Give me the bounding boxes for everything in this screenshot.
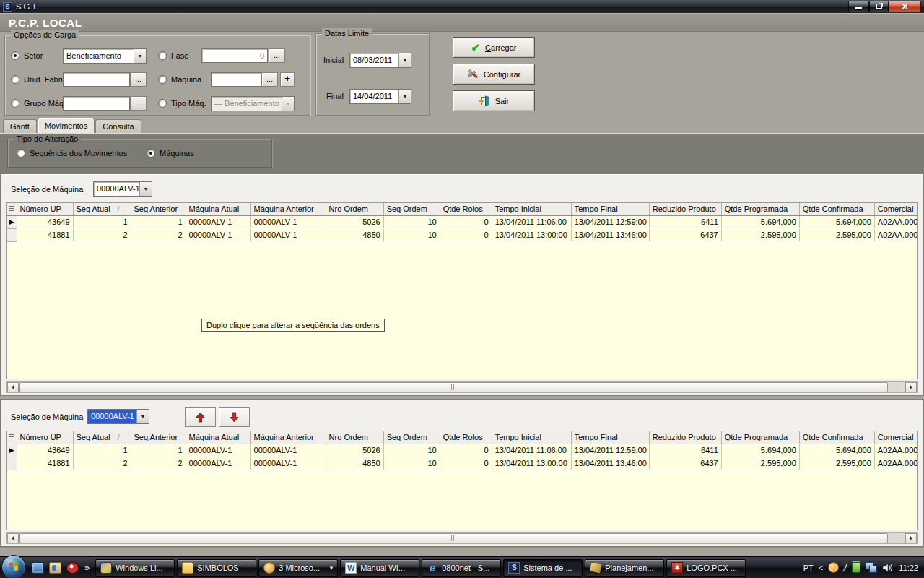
radio-sequencia-movimentos[interactable]	[17, 149, 25, 158]
column-header[interactable]: Reduzido Produto	[649, 431, 721, 444]
chevron-down-icon[interactable]: ▼	[134, 49, 146, 63]
grid-cell[interactable]: 2	[131, 457, 186, 470]
quick-launch-overflow-chevron[interactable]: »	[84, 562, 90, 573]
grid-corner-icon[interactable]	[7, 203, 17, 215]
taskbar-button[interactable]: 0800net - S...	[422, 559, 501, 577]
grid-cell[interactable]: 00000ALV-1	[186, 228, 250, 241]
grid-cell[interactable]: 0	[440, 444, 492, 457]
grid-cell[interactable]: 5.694,000	[799, 215, 874, 228]
grid-cell[interactable]: 2.595,000	[799, 457, 874, 470]
grid-cell[interactable]: 43649	[17, 444, 73, 457]
grid-cell[interactable]: 2.595,000	[721, 228, 799, 241]
row-selector[interactable]: ▶	[7, 444, 17, 457]
clock-time[interactable]: 11:22	[899, 564, 918, 572]
grid-cell[interactable]: 2	[73, 228, 131, 241]
column-header[interactable]: Qtde Programada	[721, 203, 799, 215]
grid-cell[interactable]: 41881	[17, 457, 73, 470]
column-header[interactable]: Tempo Final	[571, 431, 649, 444]
language-indicator[interactable]: PT	[803, 564, 814, 572]
close-button[interactable]	[889, 1, 921, 12]
grid-cell[interactable]: 13/04/2011 12:59:00	[571, 444, 649, 457]
chevron-down-icon[interactable]: ▼	[398, 90, 411, 103]
grid-cell[interactable]: 6411	[649, 215, 721, 228]
column-header[interactable]: Seq Atual/	[73, 431, 131, 444]
row-selector[interactable]	[7, 228, 17, 241]
network-icon[interactable]	[866, 562, 877, 573]
grid-cell[interactable]: 13/04/2011 13:46:00	[571, 228, 649, 241]
grid-cell[interactable]: 5.694,000	[721, 215, 799, 228]
grid-cell[interactable]: 5026	[326, 215, 383, 228]
grid-cell[interactable]: 4850	[326, 228, 383, 241]
fase-field[interactable]: 0	[201, 48, 268, 63]
carregar-button[interactable]: ✔ Carregar	[453, 37, 535, 58]
selecao-maquina-combo-bottom[interactable]: 00000ALV-1 ▼	[87, 409, 149, 424]
configurar-button[interactable]: Configurar	[453, 64, 535, 85]
radio-setor[interactable]	[11, 51, 19, 60]
grid-cell[interactable]: A02AA.00000	[874, 228, 918, 241]
column-header[interactable]: Nro Ordem	[326, 431, 383, 444]
grid-cell[interactable]: 10	[383, 444, 440, 457]
pen-icon[interactable]	[842, 562, 850, 573]
setor-combo[interactable]: Beneficiamento ▼	[63, 48, 147, 64]
grid-cell[interactable]: 2	[73, 457, 131, 470]
grid-row[interactable]: 418812200000ALV-100000ALV-1485010013/04/…	[7, 228, 918, 241]
grid-cell[interactable]: 4850	[326, 457, 383, 470]
grupo-maq-field[interactable]	[63, 96, 130, 111]
grid-cell[interactable]: 13/04/2011 11:06:00	[492, 444, 571, 457]
column-header[interactable]: Seq Anterior	[131, 431, 186, 444]
show-desktop-icon[interactable]	[32, 562, 44, 574]
column-header[interactable]: Reduzido Produto	[649, 203, 721, 215]
scrollbar-track[interactable]	[19, 382, 905, 392]
radio-fase[interactable]	[158, 51, 167, 60]
red-app-icon[interactable]	[66, 562, 79, 574]
grid-cell[interactable]: 2	[131, 228, 186, 241]
grid-cell[interactable]: 1	[131, 215, 186, 228]
grid-cell[interactable]: 6411	[649, 444, 721, 457]
grid-cell[interactable]: 6437	[649, 228, 721, 241]
tab-movimentos[interactable]: Movimentos	[38, 118, 95, 133]
grid-cell[interactable]: 00000ALV-1	[250, 228, 326, 241]
grid-cell[interactable]: 13/04/2011 13:00:00	[492, 457, 571, 470]
grid-cell[interactable]: 43649	[17, 215, 73, 228]
column-header[interactable]: Comercial	[874, 203, 918, 215]
grid-cell[interactable]: 10	[383, 215, 440, 228]
grid-cell[interactable]: 5026	[326, 444, 383, 457]
column-header[interactable]: Máquina Atual	[186, 431, 250, 444]
grid-cell[interactable]: 10	[383, 228, 440, 241]
grid-cell[interactable]: 13/04/2011 13:00:00	[492, 228, 571, 241]
chevron-down-icon[interactable]: ▼	[139, 182, 152, 196]
unid-fabril-browse-button[interactable]: ...	[130, 72, 147, 87]
column-header[interactable]: Qtde Rolos	[440, 431, 492, 444]
taskbar-button[interactable]: LOGO.PCX ...	[666, 559, 746, 577]
grid-cell[interactable]: 2.595,000	[799, 228, 874, 241]
horizontal-scrollbar[interactable]	[6, 532, 918, 544]
column-header[interactable]: Tempo Inicial	[492, 431, 571, 444]
grid-cell[interactable]: 00000ALV-1	[186, 457, 250, 470]
tab-gantt[interactable]: Gantt	[3, 119, 37, 133]
row-selector[interactable]: ▶	[7, 215, 17, 228]
grid-cell[interactable]: 41881	[17, 228, 73, 241]
horizontal-scrollbar[interactable]	[6, 381, 918, 393]
row-selector[interactable]	[7, 457, 17, 470]
grid-cell[interactable]: 0	[440, 228, 492, 241]
grid-cell[interactable]: 00000ALV-1	[250, 444, 326, 457]
move-down-button[interactable]	[219, 407, 250, 427]
grid-cell[interactable]: 1	[73, 215, 131, 228]
grid-row[interactable]: ▶436491100000ALV-100000ALV-1502610013/04…	[7, 444, 918, 457]
selecao-maquina-combo-top[interactable]: 00000ALV-1 ▼	[93, 181, 152, 197]
column-header[interactable]: Máquina Anterior	[250, 203, 326, 215]
column-header[interactable]: Qtde Confirmada	[799, 203, 874, 215]
tab-consulta[interactable]: Consulta	[95, 119, 141, 133]
grid-cell[interactable]: 5.694,000	[721, 444, 799, 457]
taskbar-button[interactable]: Windows Li...	[95, 559, 175, 577]
column-header[interactable]: Qtde Rolos	[440, 203, 492, 215]
radio-maquina[interactable]	[158, 75, 167, 84]
radio-grupo-maq[interactable]	[11, 99, 19, 108]
scroll-left-button[interactable]	[7, 533, 19, 543]
grid-cell[interactable]: 1	[131, 444, 186, 457]
column-header[interactable]: Qtde Programada	[721, 431, 799, 444]
maquina-field[interactable]	[211, 72, 261, 87]
grid-cell[interactable]: A02AA.00000	[874, 457, 918, 470]
grid-corner-icon[interactable]	[7, 431, 17, 444]
column-header[interactable]: Qtde Confirmada	[799, 431, 874, 444]
